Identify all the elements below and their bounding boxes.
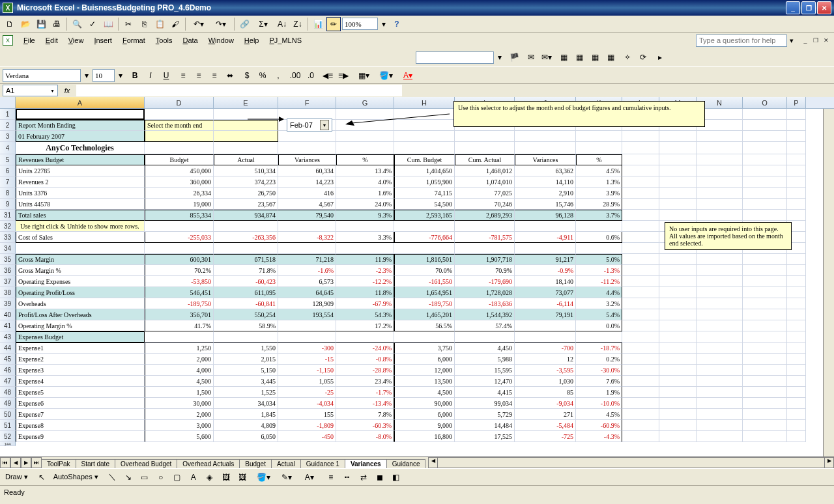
data-cell[interactable]: -10.0% <box>576 398 622 409</box>
fx-icon[interactable]: fx <box>61 85 74 96</box>
align-right-icon[interactable]: ≡ <box>207 68 222 83</box>
data-cell[interactable]: 271 <box>515 409 576 420</box>
cell[interactable] <box>576 142 622 154</box>
cell[interactable] <box>743 431 787 442</box>
data-cell[interactable]: 1,250 <box>145 343 214 354</box>
cell[interactable] <box>787 365 806 376</box>
sheet-tab-overhead-budget[interactable]: Overhead Budget <box>115 459 177 468</box>
dash-style-icon[interactable]: ┅ <box>340 470 354 484</box>
fill-color-icon[interactable]: 🪣▾ <box>375 68 396 83</box>
cell[interactable] <box>394 142 455 154</box>
data-cell[interactable]: 4.5% <box>576 165 622 176</box>
data-cell[interactable]: 23,567 <box>214 199 278 210</box>
col-header-E[interactable]: E <box>214 97 278 108</box>
data-cell[interactable]: 1,468,012 <box>455 165 515 176</box>
cell[interactable] <box>394 109 455 120</box>
cell[interactable] <box>394 221 455 232</box>
data-cell[interactable]: 1,816,501 <box>394 254 455 265</box>
data-cell[interactable]: 0.0% <box>576 320 622 331</box>
horizontal-scrollbar[interactable]: ◀ ▶ <box>428 457 834 468</box>
unhide-note[interactable]: Use right click & Unhide to show more ro… <box>16 221 145 232</box>
data-cell[interactable]: 7.6% <box>576 376 622 387</box>
data-cell[interactable]: -1.6% <box>278 265 336 276</box>
chevron-down-icon[interactable]: ▼ <box>50 89 55 93</box>
merge-icon[interactable]: ⬌ <box>223 68 237 83</box>
row-label[interactable]: Overheads <box>16 298 145 309</box>
data-cell[interactable]: 4,000 <box>145 365 214 376</box>
data-cell[interactable]: 28.9% <box>576 199 622 210</box>
cell[interactable] <box>743 354 787 365</box>
data-cell[interactable]: -0.8% <box>336 354 394 365</box>
data-cell[interactable]: -300 <box>278 343 336 354</box>
data-cell[interactable]: 71.8% <box>214 265 278 276</box>
data-cell[interactable]: 4,500 <box>145 376 214 387</box>
sheet-tab-toolpak[interactable]: ToolPak <box>41 459 76 468</box>
table-header[interactable]: Budget <box>145 154 214 165</box>
cell[interactable] <box>622 232 659 243</box>
data-cell[interactable]: 4.4% <box>576 287 622 298</box>
data-cell[interactable]: 934,874 <box>214 210 278 221</box>
data-cell[interactable]: 1,465,201 <box>394 309 455 320</box>
cell[interactable] <box>697 154 743 165</box>
cell[interactable] <box>214 109 278 120</box>
data-cell[interactable]: 58.9% <box>214 320 278 331</box>
menu-file[interactable]: File <box>18 35 40 46</box>
cell[interactable] <box>743 343 787 354</box>
row-label[interactable]: Operating Margin % <box>16 320 145 331</box>
data-cell[interactable]: 1,404,650 <box>394 165 455 176</box>
font-size-input[interactable] <box>93 69 115 82</box>
picture-icon[interactable]: 🖼 <box>235 470 250 484</box>
data-cell[interactable]: 0.2% <box>576 354 622 365</box>
row-header[interactable]: 43 <box>0 331 16 343</box>
cell[interactable] <box>787 120 806 131</box>
data-cell[interactable]: 450,000 <box>145 165 214 176</box>
cell[interactable] <box>697 176 743 188</box>
data-cell[interactable]: 64,645 <box>278 287 336 298</box>
doc-close-icon[interactable]: ✕ <box>821 36 831 45</box>
col-header-F[interactable]: F <box>278 97 336 108</box>
data-cell[interactable]: 17.2% <box>336 320 394 331</box>
arrow-style-icon[interactable]: ⇄ <box>356 470 371 484</box>
data-cell[interactable]: 3,445 <box>214 376 278 387</box>
cell[interactable] <box>336 331 394 343</box>
data-cell[interactable]: -1.3% <box>576 265 622 276</box>
data-cell[interactable]: 2,000 <box>145 354 214 365</box>
cell[interactable] <box>787 276 806 287</box>
menu-view[interactable]: View <box>63 35 89 46</box>
cell[interactable] <box>787 431 806 442</box>
cell[interactable] <box>576 131 622 142</box>
cell[interactable] <box>622 343 659 354</box>
data-cell[interactable]: 70,246 <box>455 199 515 210</box>
rectangle-icon[interactable]: ▭ <box>137 470 152 484</box>
data-cell[interactable]: -725 <box>515 431 576 442</box>
cos-label[interactable]: Cost of Sales <box>16 232 145 243</box>
cell[interactable] <box>787 287 806 298</box>
cut-icon[interactable]: ✂ <box>121 17 136 31</box>
data-cell[interactable]: 12,470 <box>455 376 515 387</box>
cell[interactable] <box>787 188 806 199</box>
cell[interactable] <box>697 343 743 354</box>
data-cell[interactable]: 12,000 <box>394 365 455 376</box>
data-cell[interactable]: -776,664 <box>394 232 455 243</box>
col-header-H[interactable]: H <box>394 97 455 108</box>
copy-icon[interactable]: ⎘ <box>137 17 151 31</box>
data-cell[interactable]: -15 <box>278 354 336 365</box>
data-cell[interactable]: 5,729 <box>455 409 515 420</box>
data-cell[interactable]: 9,000 <box>394 420 455 431</box>
cell[interactable] <box>659 142 697 154</box>
data-cell[interactable]: 73,077 <box>515 287 576 298</box>
row-header[interactable]: 47 <box>0 376 16 387</box>
autosum-icon[interactable]: Σ▾ <box>253 17 274 31</box>
cell[interactable] <box>743 287 787 298</box>
data-cell[interactable]: -60.3% <box>336 420 394 431</box>
cell[interactable] <box>743 120 787 131</box>
sheet-tab-start-date[interactable]: Start date <box>76 459 115 468</box>
data-cell[interactable]: 611,095 <box>214 287 278 298</box>
row-header[interactable]: 33 <box>0 232 16 243</box>
decrease-decimal-icon[interactable]: .0 <box>304 68 318 83</box>
row-label[interactable]: Operating Expenses <box>16 276 145 287</box>
cell[interactable] <box>622 287 659 298</box>
data-cell[interactable]: -700 <box>515 343 576 354</box>
bold-icon[interactable]: B <box>128 68 142 83</box>
new-icon[interactable]: 🗋 <box>3 17 17 31</box>
